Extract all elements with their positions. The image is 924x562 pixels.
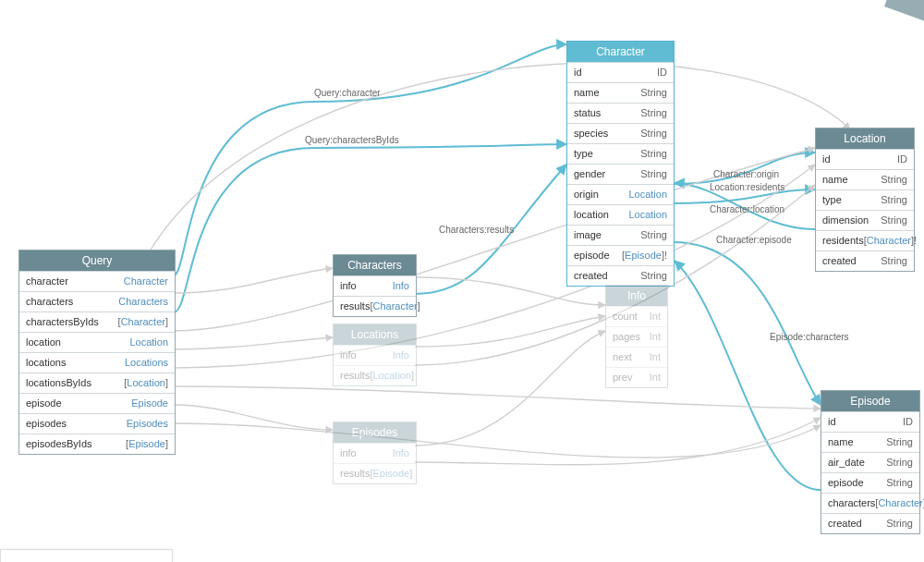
entity-characters[interactable]: CharactersinfoInforesults[Character]: [333, 254, 417, 317]
entity-title: Characters: [334, 255, 416, 275]
field-row[interactable]: statusString: [567, 103, 674, 123]
bottom-panel: [0, 549, 173, 562]
field-row[interactable]: infoInfo: [334, 345, 416, 365]
field-row[interactable]: originLocation: [567, 184, 674, 204]
field-row[interactable]: results[Episode]: [334, 463, 416, 483]
field-row[interactable]: dimensionString: [816, 210, 914, 230]
entity-title: Locations: [334, 324, 416, 345]
entity-title: Character: [567, 42, 674, 62]
field-name: info: [340, 446, 357, 460]
field-row[interactable]: nextInt: [606, 347, 667, 367]
field-row[interactable]: infoInfo: [334, 443, 416, 463]
field-name: location: [574, 208, 609, 222]
edge-label: Query:charactersByIds: [305, 135, 399, 145]
field-row[interactable]: nameString: [821, 432, 919, 452]
field-row[interactable]: idID: [821, 411, 919, 432]
entity-title: Location: [816, 128, 914, 149]
field-name: gender: [574, 167, 605, 181]
field-row[interactable]: episodeString: [821, 472, 919, 493]
field-row[interactable]: createdString: [816, 250, 914, 271]
field-name: id: [574, 66, 582, 79]
edge-label: Character:origin: [713, 169, 779, 179]
entity-episode[interactable]: EpisodeidIDnameStringair_dateStringepiso…: [821, 390, 920, 534]
field-row[interactable]: prevInt: [606, 367, 667, 387]
field-row[interactable]: idID: [816, 149, 914, 169]
field-name: locations: [26, 356, 66, 370]
field-name: results: [340, 467, 370, 481]
field-row[interactable]: locationsByIds[Location]: [19, 373, 175, 393]
field-row[interactable]: speciesString: [567, 123, 674, 143]
field-name: episodes: [26, 417, 67, 431]
field-row[interactable]: residents[Character]!: [816, 230, 914, 250]
field-name: characters: [828, 496, 875, 510]
field-row[interactable]: locationLocation: [567, 204, 674, 225]
field-name: results: [340, 299, 370, 313]
field-row[interactable]: episodesEpisodes: [19, 413, 175, 434]
field-row[interactable]: typeString: [567, 143, 674, 164]
field-name: dimension: [822, 214, 869, 227]
field-row[interactable]: locationsLocations: [19, 352, 175, 373]
field-row[interactable]: countInt: [606, 306, 667, 326]
field-row[interactable]: createdString: [567, 265, 674, 286]
field-name: character: [26, 275, 68, 288]
field-name: id: [822, 153, 831, 166]
entity-episodes[interactable]: EpisodesinfoInforesults[Episode]: [333, 422, 417, 484]
field-row[interactable]: charactersByIds[Character]: [19, 312, 175, 332]
field-row[interactable]: typeString: [816, 189, 914, 210]
field-row[interactable]: air_dateString: [821, 452, 919, 472]
entity-title: Query: [19, 250, 175, 271]
field-row[interactable]: infoInfo: [334, 275, 416, 296]
edge-label: Query:character: [314, 88, 381, 98]
field-name: id: [828, 415, 836, 429]
edge-label: Character:episode: [716, 235, 792, 245]
field-row[interactable]: imageString: [567, 225, 674, 245]
edge-label: Character:location: [710, 204, 784, 214]
field-name: episode: [828, 476, 864, 490]
field-name: origin: [574, 188, 599, 202]
field-name: prev: [613, 371, 632, 385]
field-name: characters: [26, 295, 73, 309]
field-row[interactable]: results[Location]: [334, 365, 416, 385]
field-row[interactable]: createdString: [821, 513, 919, 533]
field-name: status: [574, 106, 601, 120]
field-name: created: [828, 517, 862, 531]
field-row[interactable]: genderString: [567, 164, 674, 184]
edge-label: Episode:characters: [770, 332, 849, 342]
field-name: name: [828, 435, 854, 449]
field-name: air_date: [828, 456, 865, 470]
field-row[interactable]: results[Character]: [334, 296, 416, 316]
entity-location[interactable]: LocationidIDnameStringtypeStringdimensio…: [815, 128, 915, 272]
field-name: type: [822, 193, 842, 207]
field-name: pages: [613, 330, 640, 344]
field-row[interactable]: nameString: [816, 169, 914, 189]
field-row[interactable]: pagesInt: [606, 326, 667, 347]
field-row[interactable]: charactersCharacters: [19, 291, 175, 312]
field-row[interactable]: episodesByIds[Episode]: [19, 434, 175, 454]
field-name: episode: [574, 249, 610, 263]
field-row[interactable]: idID: [567, 62, 674, 82]
field-name: name: [822, 173, 848, 187]
field-name: info: [340, 348, 357, 362]
field-row[interactable]: episodeEpisode: [19, 393, 175, 413]
entity-query[interactable]: QuerycharacterCharactercharactersCharact…: [18, 250, 176, 455]
entity-info[interactable]: InfocountIntpagesIntnextIntprevInt: [605, 285, 668, 388]
entity-character[interactable]: CharacteridIDnameStringstatusStringspeci…: [566, 41, 675, 287]
field-row[interactable]: episode[Episode]!: [567, 245, 674, 265]
field-name: next: [613, 350, 632, 364]
field-row[interactable]: locationLocation: [19, 332, 175, 352]
entity-title: Episodes: [334, 422, 416, 443]
entity-title: Episode: [821, 391, 919, 411]
field-row[interactable]: nameString: [567, 82, 674, 103]
field-name: location: [26, 336, 61, 349]
entity-title: Info: [606, 286, 667, 306]
field-row[interactable]: characterCharacter: [19, 271, 175, 291]
field-name: episodesByIds: [26, 437, 92, 451]
field-row[interactable]: characters[Character]!: [821, 493, 919, 513]
field-name: name: [574, 86, 600, 100]
field-name: charactersByIds: [26, 315, 99, 329]
field-name: locationsByIds: [26, 376, 91, 390]
field-name: info: [340, 279, 357, 293]
field-name: episode: [26, 397, 62, 410]
edge-label: Location:residents: [710, 182, 784, 192]
entity-locations[interactable]: LocationsinfoInforesults[Location]: [333, 324, 417, 386]
